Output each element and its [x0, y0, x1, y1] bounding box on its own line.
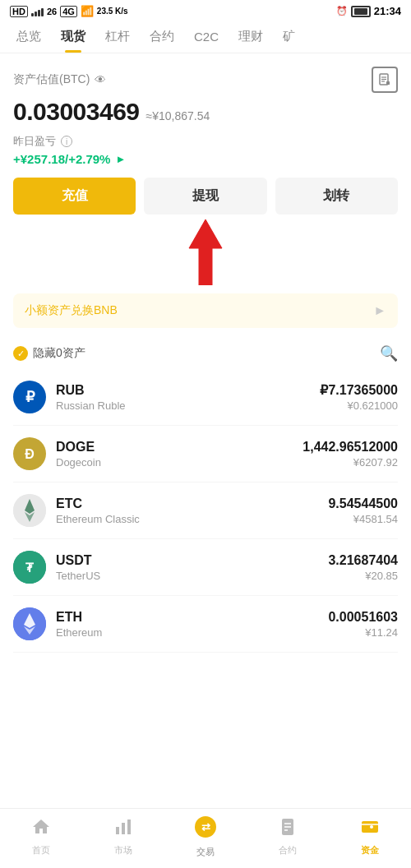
- coin-item-doge[interactable]: Ð DOGE Dogecoin 1,442.96512000 ¥6207.92: [13, 426, 398, 482]
- asset-btc-value: 0.03003469: [13, 98, 140, 126]
- usdt-amount: 3.21687404: [328, 553, 398, 568]
- arrow-annotation: [13, 219, 398, 285]
- red-up-arrow: [177, 219, 234, 285]
- search-icon[interactable]: 🔍: [380, 344, 398, 362]
- eth-icon: [13, 607, 46, 640]
- lte-badge: 4G: [60, 6, 77, 17]
- svg-rect-18: [127, 820, 131, 834]
- usdt-fullname: TetherUS: [56, 570, 328, 582]
- bottom-nav-home[interactable]: 首页: [16, 817, 66, 856]
- hd-badge: HD: [10, 6, 28, 17]
- wifi-icon: 📶: [81, 5, 94, 17]
- bottom-nav-contract[interactable]: 合约: [263, 817, 312, 856]
- svg-text:Ð: Ð: [25, 447, 35, 461]
- doge-fullname: Dogecoin: [56, 456, 302, 469]
- rub-icon: ₽: [13, 381, 46, 413]
- yesterday-pnl: 昨日盈亏 i: [13, 134, 398, 149]
- eye-icon[interactable]: 👁: [95, 73, 106, 86]
- bnb-arrow-icon: ►: [373, 303, 386, 318]
- contract-icon: [278, 817, 298, 842]
- tab-c2c[interactable]: C2C: [184, 21, 229, 52]
- nav-tabs: 总览 现货 杠杆 合约 C2C 理财 矿: [0, 21, 411, 53]
- rub-info: RUB Russian Ruble: [56, 383, 320, 412]
- bottom-nav-market[interactable]: 市场: [99, 817, 148, 856]
- rub-fullname: Russian Ruble: [56, 399, 320, 412]
- asset-title-text: 资产估值(BTC): [13, 72, 90, 87]
- doge-symbol: DOGE: [56, 440, 302, 455]
- asset-title: 资产估值(BTC) 👁: [13, 72, 106, 87]
- etc-fullname: Ethereum Classic: [56, 513, 328, 525]
- etc-balance: 9.54544500 ¥4581.54: [328, 496, 398, 525]
- deposit-button[interactable]: 充值: [13, 178, 136, 215]
- battery-icon: [351, 6, 371, 17]
- alarm-icon: ⏰: [336, 6, 348, 16]
- usdt-icon: ₮: [13, 551, 46, 584]
- svg-rect-16: [116, 827, 119, 834]
- market-icon: [113, 817, 133, 842]
- tab-leverage[interactable]: 杠杆: [95, 21, 140, 53]
- usdt-balance: 3.21687404 ¥20.85: [328, 553, 398, 582]
- speed-text: 23.5 K/s: [97, 7, 128, 16]
- asset-header: 资产估值(BTC) 👁: [13, 67, 398, 93]
- svg-text:₮: ₮: [25, 561, 35, 575]
- coin-list: ₽ RUB Russian Ruble ₽7.17365000 ¥0.62100…: [13, 369, 398, 718]
- tab-mining[interactable]: 矿: [273, 21, 305, 53]
- tab-finance[interactable]: 理财: [229, 21, 273, 53]
- assets-icon: [360, 817, 380, 842]
- tab-overview[interactable]: 总览: [7, 21, 51, 53]
- usdt-symbol: USDT: [56, 553, 328, 568]
- tab-spot[interactable]: 现货: [51, 21, 95, 53]
- usdt-info: USDT TetherUS: [56, 553, 328, 582]
- etc-icon: [13, 494, 46, 527]
- home-icon: [31, 817, 51, 842]
- tab-contract[interactable]: 合约: [140, 21, 184, 53]
- trade-label: 交易: [196, 846, 215, 858]
- hide-assets-label: 隐藏0资产: [33, 346, 85, 361]
- svg-rect-4: [386, 81, 390, 85]
- trade-icon: ⇄: [194, 815, 217, 843]
- coin-item-usdt[interactable]: ₮ USDT TetherUS 3.21687404 ¥20.85: [13, 539, 398, 596]
- hide-assets-toggle[interactable]: ✓ 隐藏0资产: [13, 346, 85, 361]
- rub-cny: ¥0.621000: [320, 399, 398, 412]
- contract-label: 合约: [279, 844, 297, 856]
- bottom-nav-trade[interactable]: ⇄ 交易: [181, 815, 230, 858]
- status-left: HD 26 4G 📶 23.5 K/s: [10, 5, 128, 17]
- action-buttons: 充值 提现 划转: [13, 178, 398, 215]
- time-display: 21:34: [374, 5, 401, 17]
- info-icon: i: [61, 136, 72, 147]
- bottom-nav: 首页 市场 ⇄ 交易 合约: [0, 808, 411, 868]
- bottom-nav-assets[interactable]: 资金: [345, 817, 395, 856]
- withdraw-button[interactable]: 提现: [144, 178, 266, 215]
- battery-fill: [354, 8, 367, 15]
- bnb-banner-text: 小额资产兑换BNB: [25, 303, 118, 318]
- doge-icon: Ð: [13, 437, 46, 470]
- rub-balance: ₽7.17365000 ¥0.621000: [320, 382, 398, 412]
- svg-text:⇄: ⇄: [201, 821, 210, 833]
- coin-item-rub[interactable]: ₽ RUB Russian Ruble ₽7.17365000 ¥0.62100…: [13, 369, 398, 426]
- doge-balance: 1,442.96512000 ¥6207.92: [302, 440, 398, 469]
- status-right: ⏰ 21:34: [336, 5, 401, 17]
- coin-item-eth[interactable]: ETH Ethereum 0.00051603 ¥11.24: [13, 596, 398, 653]
- pnl-arrow: ►: [115, 153, 126, 165]
- rub-symbol: RUB: [56, 383, 320, 398]
- pnl-label: 昨日盈亏: [13, 134, 56, 149]
- etc-info: ETC Ethereum Classic: [56, 496, 328, 525]
- coin-item-etc[interactable]: ETC Ethereum Classic 9.54544500 ¥4581.54: [13, 482, 398, 539]
- pnl-value-text: +¥257.18/+2.79%: [13, 152, 110, 166]
- bnb-banner[interactable]: 小额资产兑换BNB ►: [13, 293, 398, 328]
- status-bar: HD 26 4G 📶 23.5 K/s ⏰ 21:34: [0, 0, 411, 21]
- network-type: 26: [47, 7, 57, 16]
- eth-amount: 0.00051603: [328, 610, 398, 625]
- asset-value-row: 0.03003469 ≈¥10,867.54: [13, 98, 398, 129]
- eth-fullname: Ethereum: [56, 626, 328, 639]
- asset-list-header: ✓ 隐藏0资产 🔍: [13, 336, 398, 369]
- eth-symbol: ETH: [56, 610, 328, 625]
- pnl-row: +¥257.18/+2.79% ►: [13, 152, 398, 166]
- usdt-cny: ¥20.85: [328, 570, 398, 582]
- receipt-icon[interactable]: [372, 67, 398, 93]
- doge-cny: ¥6207.92: [302, 456, 398, 469]
- eth-cny: ¥11.24: [328, 626, 398, 639]
- rub-amount: ₽7.17365000: [320, 382, 398, 398]
- transfer-button[interactable]: 划转: [275, 178, 398, 215]
- doge-amount: 1,442.96512000: [302, 440, 398, 455]
